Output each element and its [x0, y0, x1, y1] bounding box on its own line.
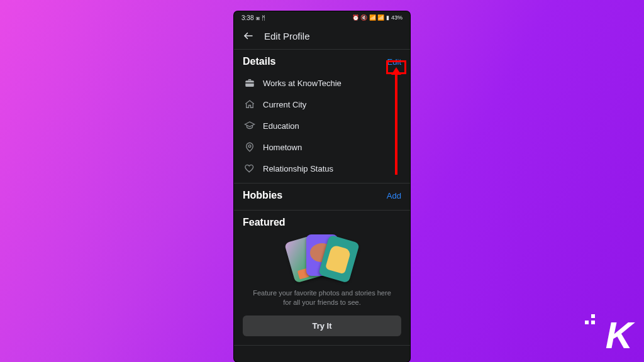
details-edit-action[interactable]: Edit [387, 57, 401, 67]
featured-try-button[interactable]: Try It [243, 315, 401, 336]
section-featured: Featured Feature your favorite photos an… [234, 210, 410, 345]
section-next-divider [234, 345, 410, 356]
featured-card-stack [284, 233, 360, 282]
status-left-icons: ▣ ᛗ [256, 14, 265, 21]
status-battery-text: 43% [391, 14, 402, 21]
section-title-hobbies: Hobbies [243, 190, 282, 201]
hobbies-add-action[interactable]: Add [387, 191, 401, 200]
back-arrow-icon[interactable] [243, 30, 254, 41]
graduation-cap-icon [244, 120, 255, 131]
section-title-details: Details [243, 56, 275, 67]
heart-icon [244, 163, 255, 174]
detail-label: Hometown [263, 143, 302, 152]
status-right-icons: ⏰ 🔇 📶 📶 ▮ [352, 14, 389, 21]
detail-label: Education [263, 121, 299, 131]
featured-description: Feature your favorite photos and stories… [243, 288, 401, 308]
page-header: Edit Profile [234, 24, 410, 50]
page-title: Edit Profile [264, 31, 310, 41]
svg-point-1 [248, 145, 251, 148]
detail-row-education[interactable]: Education [243, 115, 401, 136]
status-bar: 3:38 ▣ ᛗ ⏰ 🔇 📶 📶 ▮ 43% [234, 11, 410, 24]
map-pin-icon [244, 141, 255, 153]
home-icon [244, 99, 255, 110]
detail-row-city[interactable]: Current City [243, 94, 401, 115]
detail-label: Current City [263, 100, 306, 109]
detail-label: Relationship Status [263, 164, 333, 173]
detail-row-hometown[interactable]: Hometown [243, 136, 401, 158]
brand-logo: K [606, 317, 631, 354]
status-time: 3:38 [242, 14, 253, 21]
section-title-featured: Featured [243, 217, 286, 228]
section-details: Details Edit Works at KnowTechie Current… [234, 50, 410, 183]
detail-row-relationship[interactable]: Relationship Status [243, 158, 401, 179]
detail-label: Works at KnowTechie [263, 79, 341, 88]
detail-row-work[interactable]: Works at KnowTechie [243, 72, 401, 94]
phone-frame: 3:38 ▣ ᛗ ⏰ 🔇 📶 📶 ▮ 43% Edit Profile Deta… [234, 11, 410, 362]
briefcase-icon [244, 77, 255, 89]
brand-dots-icon [585, 314, 595, 324]
section-hobbies: Hobbies Add [234, 183, 410, 210]
